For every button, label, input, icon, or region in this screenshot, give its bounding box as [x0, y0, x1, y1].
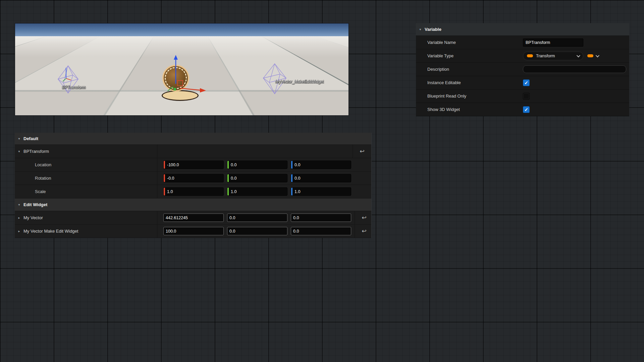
my-vector-z-field: [291, 214, 351, 222]
variable-section-header[interactable]: ▾ Variable: [416, 23, 629, 36]
blueprint-read-only-checkbox[interactable]: ✓: [523, 93, 530, 100]
scale-row: Scale: [15, 185, 371, 198]
my-vector-reset-cell: ↩: [355, 211, 373, 224]
my-vector-make-edit-widget-x-field: [163, 227, 224, 235]
my-vector-z-input[interactable]: [291, 214, 351, 222]
my-vector-make-edit-widget-reset-cell: ↩: [355, 225, 373, 238]
location-z-input[interactable]: [292, 161, 351, 169]
chevron-down-icon: [577, 53, 580, 57]
my-vector-y-input[interactable]: [227, 214, 287, 222]
my-vector-x-field: [163, 214, 224, 222]
check-icon: ✓: [524, 107, 528, 112]
wireframe-diamond-myvector[interactable]: [263, 64, 286, 94]
reset-to-default-button[interactable]: ↩: [360, 148, 364, 154]
transform-gizmo[interactable]: [168, 55, 206, 93]
my-vector-make-edit-widget-value-cell: [157, 225, 355, 238]
description-row: Description: [416, 63, 629, 76]
expand-arrow-icon[interactable]: ▸: [15, 229, 23, 233]
instance-editable-label: Instance Editable: [416, 80, 523, 85]
my-vector-make-edit-widget-label-cell: ▸ My Vector Make Edit Widget: [15, 225, 157, 238]
rotation-label: Rotation: [35, 176, 51, 181]
expand-arrow-icon[interactable]: ▾: [15, 149, 23, 153]
location-reset-cell: [355, 158, 373, 171]
description-input[interactable]: [523, 65, 626, 73]
location-y-input[interactable]: [229, 161, 287, 169]
rotation-z-field: [291, 174, 351, 182]
location-x-input[interactable]: [165, 161, 223, 169]
variable-name-label: Variable Name: [416, 40, 523, 45]
blueprint-read-only-label: Blueprint Read Only: [416, 94, 523, 99]
my-vector-make-edit-widget-z-input[interactable]: [291, 227, 351, 235]
instance-editable-row: Instance Editable ✓: [416, 76, 629, 89]
scale-label-cell: Scale: [15, 185, 157, 198]
scale-x-field: [163, 187, 224, 196]
scale-z-input[interactable]: [292, 188, 351, 195]
show-3d-widget-row: Show 3D Widget ✓: [416, 103, 629, 116]
reset-to-default-button[interactable]: ↩: [362, 228, 366, 234]
rotation-value-cell: [157, 172, 355, 185]
rotation-x-field: [163, 174, 224, 182]
bptransform-label: BPTransform: [23, 149, 49, 154]
instance-editable-checkbox[interactable]: ✓: [523, 79, 530, 86]
class-defaults-panel: ▾ Default ▾ BPTransform ↩ Location: [15, 133, 372, 238]
bptransform-label-cell: ▾ BPTransform: [15, 145, 157, 158]
scale-label: Scale: [35, 189, 46, 194]
my-vector-label-cell: ▸ My Vector: [15, 211, 157, 224]
description-label: Description: [416, 67, 523, 72]
transform-type-pill-icon: [527, 54, 533, 57]
scale-z-field: [291, 187, 351, 196]
variable-details-panel: ▾ Variable Variable Name Variable Type T…: [416, 23, 629, 116]
collapse-arrow-icon[interactable]: ▾: [15, 137, 23, 140]
my-vector-make-edit-widget-z-field: [291, 227, 351, 235]
my-vector-make-edit-widget-y-input[interactable]: [227, 227, 287, 235]
collapse-arrow-icon[interactable]: ▾: [15, 203, 23, 206]
rotation-label-cell: Rotation: [15, 172, 157, 185]
scale-y-input[interactable]: [229, 188, 287, 195]
variable-type-row: Variable Type Transform: [416, 49, 629, 63]
rotation-z-input[interactable]: [292, 174, 351, 182]
my-vector-make-edit-widget-x-input[interactable]: [164, 227, 223, 235]
my-vector-label: My Vector: [23, 215, 43, 220]
chevron-down-icon: [596, 53, 599, 57]
category-edit-widget-label: Edit Widget: [23, 202, 47, 207]
show-3d-widget-label: Show 3D Widget: [416, 107, 523, 112]
scale-value-cell: [157, 185, 355, 198]
rotation-x-input[interactable]: [165, 174, 223, 182]
bptransform-reset-cell: ↩: [353, 145, 371, 158]
rotation-y-field: [227, 174, 287, 182]
variable-section-title: Variable: [425, 27, 441, 32]
variable-type-value: Transform: [536, 54, 555, 58]
my-vector-x-input[interactable]: [164, 214, 223, 222]
show-3d-widget-checkbox[interactable]: ✓: [523, 106, 530, 113]
scale-x-input[interactable]: [165, 188, 223, 195]
reset-to-default-button[interactable]: ↩: [362, 215, 366, 221]
bptransform-value-cell: [157, 145, 353, 158]
bptransform-row: ▾ BPTransform ↩: [15, 145, 371, 158]
blueprint-graph-canvas[interactable]: BPTransform MyVector_MakeEditWidget ▾ Va…: [0, 0, 644, 362]
variable-name-input[interactable]: [523, 39, 583, 47]
variable-name-row: Variable Name: [416, 36, 629, 49]
location-label-cell: Location: [15, 158, 157, 171]
location-z-field: [291, 161, 351, 169]
collapse-arrow-icon[interactable]: ▾: [416, 27, 425, 31]
rotation-row: Rotation: [15, 172, 371, 185]
my-vector-row: ▸ My Vector ↩: [15, 211, 371, 225]
variable-type-dropdown[interactable]: Transform: [523, 52, 583, 60]
viewport-preview[interactable]: BPTransform MyVector_MakeEditWidget: [15, 23, 349, 116]
location-x-field: [163, 161, 224, 169]
expand-arrow-icon[interactable]: ▸: [15, 216, 23, 220]
my-vector-value-cell: [157, 211, 355, 224]
category-default[interactable]: ▾ Default: [15, 133, 371, 145]
scale-y-field: [227, 187, 287, 196]
my-vector-make-edit-widget-row: ▸ My Vector Make Edit Widget ↩: [15, 225, 371, 238]
check-icon: ✓: [524, 80, 528, 85]
container-type-dropdown[interactable]: [587, 54, 598, 57]
actor-label-myvector-makeeditwidget: MyVector_MakeEditWidget: [275, 79, 324, 84]
category-edit-widget[interactable]: ▾ Edit Widget: [15, 198, 371, 211]
actor-label-bptransform: BPTransform: [62, 85, 86, 90]
rotation-y-input[interactable]: [229, 174, 287, 182]
transform-type-pill-icon: [587, 54, 593, 57]
my-vector-y-field: [227, 214, 287, 222]
my-vector-make-edit-widget-y-field: [227, 227, 287, 235]
scale-reset-cell: [355, 185, 373, 198]
